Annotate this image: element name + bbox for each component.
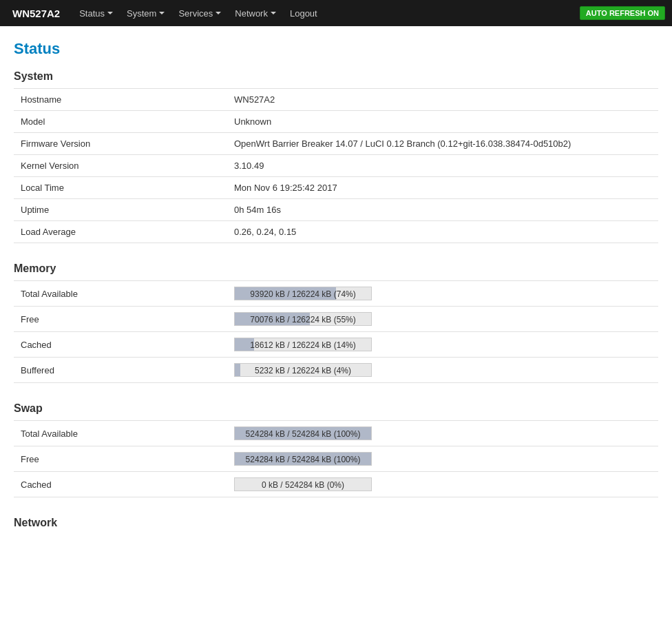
table-row: Buffered 5232 kB / 126224 kB (4%) bbox=[14, 358, 658, 383]
progress-bar: 524284 kB / 524284 kB (100%) bbox=[234, 452, 372, 466]
table-row: Free 70076 kB / 126224 kB (55%) bbox=[14, 307, 658, 332]
progress-label: 70076 kB / 126224 kB (55%) bbox=[235, 313, 371, 327]
nav-item-network[interactable]: Network bbox=[228, 0, 283, 26]
navbar-right: AUTO REFRESH ON bbox=[580, 6, 665, 20]
row-value: 70076 kB / 126224 kB (55%) bbox=[227, 307, 658, 332]
row-value: OpenWrt Barrier Breaker 14.07 / LuCI 0.1… bbox=[227, 133, 658, 155]
row-value: 18612 kB / 126224 kB (14%) bbox=[227, 332, 658, 358]
chevron-down-icon bbox=[159, 12, 165, 14]
row-value: 5232 kB / 126224 kB (4%) bbox=[227, 358, 658, 383]
progress-bar: 70076 kB / 126224 kB (55%) bbox=[234, 312, 372, 326]
nav-item-services[interactable]: Services bbox=[171, 0, 228, 26]
table-row: Free 524284 kB / 524284 kB (100%) bbox=[14, 446, 658, 472]
row-value: WN527A2 bbox=[227, 89, 658, 111]
progress-label: 93920 kB / 126224 kB (74%) bbox=[235, 287, 371, 301]
page-title: Status bbox=[14, 40, 658, 58]
chevron-down-icon bbox=[107, 12, 113, 14]
row-label: Hostname bbox=[14, 89, 227, 111]
table-row: Hostname WN527A2 bbox=[14, 89, 658, 111]
row-value: Mon Nov 6 19:25:42 2017 bbox=[227, 177, 658, 199]
swap-section-title: Swap bbox=[14, 402, 658, 415]
table-row: Uptime 0h 54m 16s bbox=[14, 199, 658, 221]
table-row: Cached 18612 kB / 126224 kB (14%) bbox=[14, 332, 658, 358]
table-row: Total Available 93920 kB / 126224 kB (74… bbox=[14, 281, 658, 307]
row-label: Free bbox=[14, 446, 227, 472]
table-row: Local Time Mon Nov 6 19:25:42 2017 bbox=[14, 177, 658, 199]
navbar-brand: WN527A2 bbox=[7, 8, 65, 19]
memory-table: Total Available 93920 kB / 126224 kB (74… bbox=[14, 280, 658, 383]
row-label: Buffered bbox=[14, 358, 227, 383]
progress-label: 524284 kB / 524284 kB (100%) bbox=[235, 427, 371, 441]
row-value: Unknown bbox=[227, 111, 658, 133]
navbar: WN527A2 Status System Services Network L… bbox=[0, 0, 672, 26]
chevron-down-icon bbox=[271, 12, 276, 14]
progress-label: 18612 kB / 126224 kB (14%) bbox=[235, 338, 371, 352]
auto-refresh-button[interactable]: AUTO REFRESH ON bbox=[580, 6, 665, 20]
table-row: Model Unknown bbox=[14, 111, 658, 133]
row-label: Load Average bbox=[14, 221, 227, 243]
progress-bar: 93920 kB / 126224 kB (74%) bbox=[234, 287, 372, 300]
row-label: Uptime bbox=[14, 199, 227, 221]
progress-bar: 5232 kB / 126224 kB (4%) bbox=[234, 363, 372, 377]
system-table: Hostname WN527A2 Model Unknown Firmware … bbox=[14, 88, 658, 243]
row-value: 0h 54m 16s bbox=[227, 199, 658, 221]
swap-table: Total Available 524284 kB / 524284 kB (1… bbox=[14, 420, 658, 497]
row-label: Firmware Version bbox=[14, 133, 227, 155]
table-row: Kernel Version 3.10.49 bbox=[14, 155, 658, 177]
row-label: Total Available bbox=[14, 421, 227, 446]
progress-label: 0 kB / 524284 kB (0%) bbox=[235, 478, 371, 492]
progress-bar: 0 kB / 524284 kB (0%) bbox=[234, 477, 372, 491]
row-label: Local Time bbox=[14, 177, 227, 199]
row-value: 3.10.49 bbox=[227, 155, 658, 177]
table-row: Cached 0 kB / 524284 kB (0%) bbox=[14, 472, 658, 497]
progress-label: 524284 kB / 524284 kB (100%) bbox=[235, 453, 371, 466]
row-value: 93920 kB / 126224 kB (74%) bbox=[227, 281, 658, 307]
row-label: Model bbox=[14, 111, 227, 133]
table-row: Total Available 524284 kB / 524284 kB (1… bbox=[14, 421, 658, 446]
main-content: Status System Hostname WN527A2 Model Unk… bbox=[0, 26, 672, 548]
row-value: 0.26, 0.24, 0.15 bbox=[227, 221, 658, 243]
row-value: 524284 kB / 524284 kB (100%) bbox=[227, 446, 658, 472]
progress-bar: 524284 kB / 524284 kB (100%) bbox=[234, 426, 372, 440]
row-label: Free bbox=[14, 307, 227, 332]
memory-section-title: Memory bbox=[14, 262, 658, 275]
nav-item-logout[interactable]: Logout bbox=[283, 0, 324, 26]
row-label: Cached bbox=[14, 472, 227, 497]
table-row: Load Average 0.26, 0.24, 0.15 bbox=[14, 221, 658, 243]
row-label: Cached bbox=[14, 332, 227, 358]
row-label: Total Available bbox=[14, 281, 227, 307]
chevron-down-icon bbox=[216, 12, 221, 14]
system-section-title: System bbox=[14, 70, 658, 83]
row-label: Kernel Version bbox=[14, 155, 227, 177]
row-value: 524284 kB / 524284 kB (100%) bbox=[227, 421, 658, 446]
progress-bar: 18612 kB / 126224 kB (14%) bbox=[234, 338, 372, 351]
nav-item-status[interactable]: Status bbox=[72, 0, 120, 26]
table-row: Firmware Version OpenWrt Barrier Breaker… bbox=[14, 133, 658, 155]
nav-item-system[interactable]: System bbox=[120, 0, 171, 26]
row-value: 0 kB / 524284 kB (0%) bbox=[227, 472, 658, 497]
network-section-title: Network bbox=[14, 517, 658, 529]
progress-label: 5232 kB / 126224 kB (4%) bbox=[235, 364, 371, 378]
